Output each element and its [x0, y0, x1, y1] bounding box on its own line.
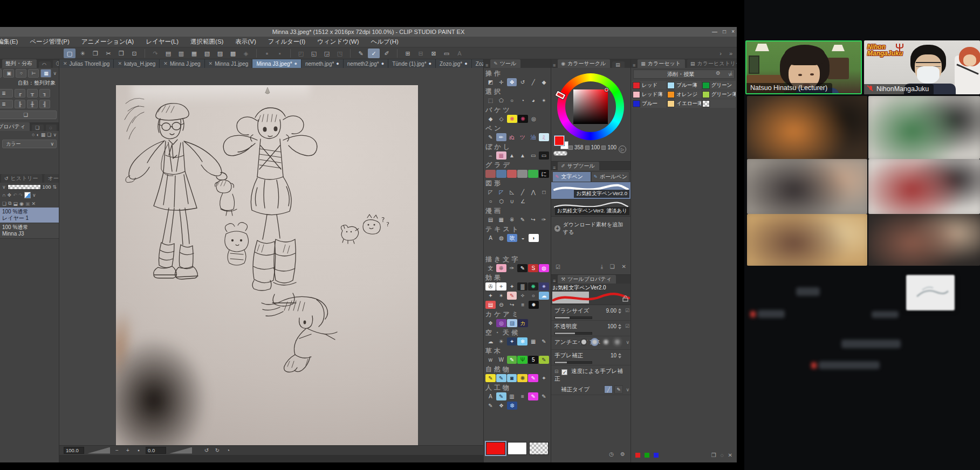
menu-item-1[interactable]: ページ管理(P) [24, 38, 75, 46]
tool-property-menu-icon[interactable]: ≡ [553, 278, 556, 284]
tool-icon-人工物-2[interactable]: ▥ [507, 392, 517, 400]
toolbar-icon-32[interactable]: A [454, 49, 465, 58]
tool-icon-効果-2[interactable]: ↪ [507, 301, 517, 309]
toolbar-icon-29[interactable]: ⊟ [415, 49, 427, 58]
tool-icon-ぼかし-1[interactable]: ▦ [496, 151, 506, 160]
tool-icon-テキスト-3[interactable]: ◒ [518, 234, 528, 242]
aa-strong-button[interactable] [613, 338, 621, 346]
tool-icon-人工物-0[interactable]: A [485, 392, 496, 400]
tool-icon-ぼかし-0[interactable]: ⌢ [485, 151, 496, 160]
tool-icon-バケツ-1[interactable]: ◇ [496, 115, 506, 123]
doc-tab-1[interactable]: ✕katya_H.jpeg [114, 59, 160, 68]
brush-size-spinner[interactable] [618, 308, 622, 314]
tool-icon-バケツ-3[interactable]: ❋ [518, 115, 528, 123]
blurred-video-tile-3[interactable] [868, 159, 980, 214]
tool-icon-グラデ-0[interactable] [485, 170, 496, 178]
toolbar-icon-30[interactable]: ⊠ [428, 49, 440, 58]
tool-icon-ぼかし-4[interactable]: ▭ [528, 151, 538, 160]
menu-item-2[interactable]: アニメーション(A) [76, 38, 140, 46]
sub-tool-menu-icon[interactable]: ≡ [553, 165, 556, 170]
tool-icon-ペン-1[interactable]: ✏ [496, 133, 506, 141]
doc-tab-4[interactable]: Minna J3.jpeg*● [252, 59, 301, 68]
tool-icon-描き文字-2[interactable]: ✑ [507, 264, 517, 272]
tool-icon-選択-3[interactable]: ◔ [517, 96, 527, 105]
tool-icon-空・天候-0[interactable]: ☁ [485, 337, 496, 345]
tool-icon-描き文字-5[interactable]: ◍ [539, 264, 549, 272]
color-mode-select[interactable]: カラー∨ [2, 140, 57, 148]
tool-icon-自然物-0[interactable]: ✎ [485, 374, 496, 382]
toolbar-icon-20[interactable]: ◱ [308, 49, 320, 58]
effect-chevron-icon[interactable]: ∨ [53, 132, 57, 137]
tool-icon-漫画-0[interactable]: ▤ [485, 216, 496, 224]
doc-tab-2[interactable]: ✕Minna J.jpeg [160, 59, 204, 68]
tool-icon-人工物-0[interactable]: ✎ [485, 402, 496, 410]
toolbar-icon-31[interactable]: ▭ [441, 49, 453, 58]
delete-layer-icon[interactable]: ✕ [31, 201, 36, 206]
tool-icon-効果-3[interactable]: ≡ [518, 301, 528, 309]
toolbar-icon-1[interactable]: ✳ [77, 49, 88, 58]
color-wheel-menu-icon[interactable]: ≡ [553, 63, 556, 68]
distribute-c-button[interactable]: ╫ [27, 100, 38, 108]
wheel-main-color[interactable] [554, 136, 564, 146]
toolbar-icon-14[interactable]: ◈ [240, 49, 252, 58]
tool-icon-操作-1[interactable]: ✛ [496, 78, 506, 86]
color-swatch-cell-0[interactable]: レッド [632, 81, 666, 89]
toolbar-icon-2[interactable]: ❐ [90, 49, 101, 58]
rotation-slider[interactable] [169, 447, 192, 454]
tool-icon-操作-4[interactable]: ╱ [528, 78, 538, 86]
tool-icon-漫画-1[interactable]: ▦ [496, 216, 506, 224]
rotate-ccw-button[interactable]: ↺ [203, 447, 210, 453]
tool-icon-グラデ-1[interactable] [496, 170, 506, 178]
tool-icon-草木-1[interactable]: W [496, 356, 506, 364]
sub-tool-item-1[interactable]: お気軽文字ペンVer2. 濃淡あり [551, 199, 631, 217]
opacity-source-icon[interactable]: ☑ [625, 323, 629, 329]
tool-icon-空・天候-4[interactable]: ▦ [528, 337, 538, 345]
tool-icon-漫画-3[interactable]: ✎ [517, 216, 527, 224]
blend-mode-chevron-icon[interactable]: ∨ [2, 184, 6, 190]
aa-mid-button[interactable] [602, 338, 610, 346]
ref-icon[interactable]: ↷ [19, 192, 23, 198]
tool-icon-図形-1[interactable]: ◸ [496, 188, 506, 196]
tool-icon-図形-3[interactable]: ∠ [518, 197, 528, 205]
opacity-prop-slider[interactable] [554, 332, 592, 335]
tab-snap-icon[interactable]: ◠ [39, 61, 51, 68]
doc-tab-3[interactable]: ✕Minna J1.jpeg [205, 59, 253, 68]
blurred-video-tile-1[interactable] [868, 96, 980, 159]
tool-icon-空・天候-3[interactable]: ❄ [517, 337, 527, 345]
tool-icon-効果-1[interactable]: ✦ [496, 282, 506, 291]
palette-menu-icon[interactable]: ≡ [485, 63, 488, 68]
tool-icon-ペン-0[interactable]: ✎ [485, 133, 496, 141]
tool-icon-効果-3[interactable]: ▓ [517, 282, 527, 291]
align-top-button[interactable]: ╓ [15, 89, 25, 98]
blurred-video-tile-5[interactable] [868, 214, 980, 266]
unlock-icon[interactable] [622, 295, 628, 302]
effect-none-icon[interactable]: ○ [32, 132, 35, 137]
expand-icon[interactable]: ⊟ [554, 369, 559, 374]
tab-property-2[interactable]: ❏ [32, 125, 44, 131]
tab-color-history[interactable]: ▤カラーヒストリー [687, 59, 737, 68]
color-swatch-cell-8[interactable] [702, 99, 736, 108]
menu-item-4[interactable]: 選択範囲(S) [184, 38, 229, 46]
main-color-swatch[interactable] [486, 442, 505, 455]
close-tab-icon[interactable]: ✕ [209, 61, 213, 66]
tool-icon-ペン-3[interactable]: ツ [517, 133, 527, 141]
sub-color-swatch[interactable] [508, 442, 527, 455]
replace-color-icon[interactable]: ◌ [721, 452, 724, 458]
distribute-left-button[interactable]: ≣ [0, 100, 13, 108]
new-layer-icon[interactable]: ❏ [2, 201, 6, 206]
tab-color-set[interactable]: ▦カラーセット [638, 59, 685, 68]
import-colorset-icon[interactable]: ⤓ [730, 70, 732, 77]
tool-icon-グラデ-5[interactable]: に [539, 170, 549, 178]
layer-color-swatch[interactable] [24, 192, 31, 198]
close-tab-icon[interactable]: ✕ [118, 61, 122, 66]
antialias-chevron-icon[interactable]: ∨ [626, 340, 629, 345]
rotation-input[interactable]: 0.0 [146, 447, 166, 454]
doc-tab-8[interactable]: Zozo.jpg*● [436, 59, 472, 68]
wheel-transparent[interactable] [553, 151, 567, 156]
align-mode-4-button[interactable]: ⊢ [28, 69, 39, 78]
transparent-color-swatch[interactable] [529, 442, 549, 455]
stabilization-value[interactable]: 10 [611, 353, 616, 358]
tool-icon-効果-4[interactable]: ✺ [528, 282, 538, 291]
tool-icon-効果-1[interactable]: ✶ [496, 292, 506, 300]
tool-icon-バケツ-0[interactable]: ◆ [485, 115, 496, 123]
